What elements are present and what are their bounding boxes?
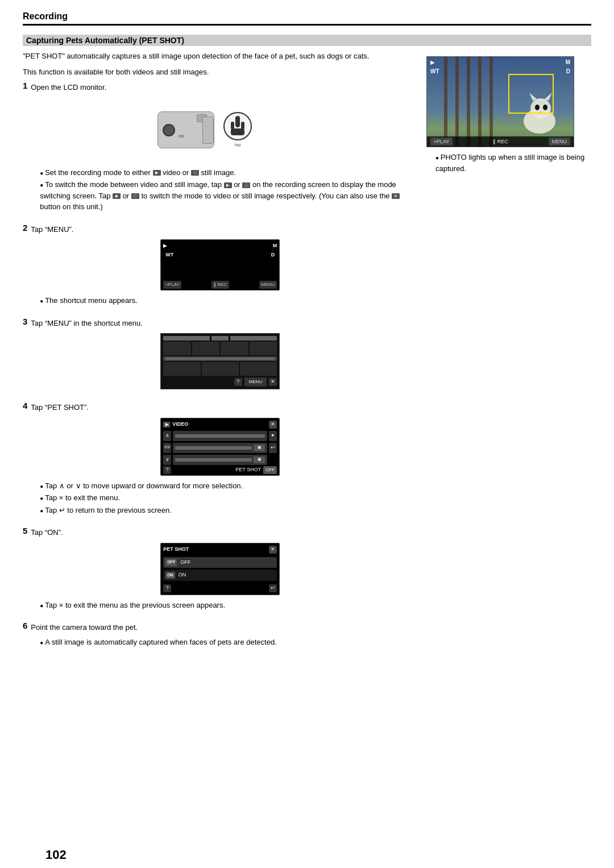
play-btn-cat[interactable]: «PLAY bbox=[430, 138, 453, 146]
step-5-label: Tap “ON”. bbox=[31, 528, 63, 537]
step-1-bullet-1: Set the recording mode to either ▶ video… bbox=[40, 167, 409, 178]
fence-bar-4 bbox=[478, 57, 482, 147]
help-icon-vm[interactable]: ? bbox=[163, 466, 171, 474]
page-title: Recording bbox=[23, 11, 68, 21]
step-5-number: 5 bbox=[23, 526, 27, 535]
step-2-text: Tap “MENU”. ▶ M WT D «PLAY bbox=[31, 224, 409, 310]
step-4-label: Tap “PET SHOT”. bbox=[31, 403, 89, 412]
pet-shot-label: PET SHOT bbox=[235, 466, 261, 474]
screen-vid-icon: ▶ bbox=[430, 59, 435, 65]
menu-btn-cat[interactable]: MENU bbox=[549, 138, 571, 146]
step-4-bullet-3: Tap ↵ to return to the previous screen. bbox=[40, 505, 409, 516]
on-label-ps: ON bbox=[179, 571, 186, 579]
step-5: 5 Tap “ON”. PET SHOT ✕ OFF OFF bbox=[23, 527, 409, 614]
step-4-text: Tap “PET SHOT”. ▶ VIDEO ✕ bbox=[31, 402, 409, 519]
menu-btn-mg[interactable]: MENU bbox=[244, 377, 267, 387]
page-header: Recording bbox=[23, 11, 591, 26]
screen-m-label: M bbox=[566, 59, 570, 65]
step-6-text: Point the camera toward the pet. A still… bbox=[31, 622, 409, 651]
screen-d-label: D bbox=[566, 68, 570, 74]
off-badge-vm: OFF bbox=[263, 466, 277, 474]
cat-detection-box bbox=[508, 74, 554, 114]
step-5-bullets: Tap × to exit the menu as the previous s… bbox=[40, 600, 409, 611]
fence-bar-1 bbox=[444, 57, 447, 147]
camera-illustration: tap bbox=[31, 99, 409, 161]
petshot-off-option[interactable]: OFF OFF bbox=[163, 557, 277, 568]
menu-item-1[interactable] bbox=[173, 431, 267, 441]
tap-hint: tap bbox=[235, 142, 241, 148]
intro-text-1: "PET SHOT" automatically captures a stil… bbox=[23, 51, 409, 62]
cat-background: ▶ M WT D «PLAY ‖ REC MENU bbox=[427, 57, 574, 147]
svg-rect-1 bbox=[231, 122, 234, 130]
step-4: 4 Tap “PET SHOT”. ▶ VIDEO ✕ bbox=[23, 402, 409, 519]
step-2-bullets: The shortcut menu appears. bbox=[40, 295, 409, 306]
video-menu-screen: ▶ VIDEO ✕ ∧ #/# ∨ bbox=[160, 418, 280, 476]
side-icon-back[interactable]: ↩ bbox=[269, 443, 277, 453]
step-1: 1 Open the LCD monitor. bbox=[23, 82, 409, 216]
page-number: 102 bbox=[45, 848, 67, 862]
icon-vid3: ▶ bbox=[113, 193, 121, 199]
badge-2: ▣ bbox=[254, 445, 265, 451]
icon-ph2: □ bbox=[242, 182, 250, 188]
cat-screen: ▶ M WT D «PLAY ‖ REC MENU bbox=[426, 56, 574, 147]
lcd-wt-s1: WT bbox=[165, 251, 173, 259]
help-icon-mg[interactable]: ? bbox=[234, 378, 242, 386]
step-6-bullets: A still image is automatically captured … bbox=[40, 637, 409, 648]
step-4-number: 4 bbox=[23, 401, 27, 410]
petshot-on-option[interactable]: ON ON bbox=[163, 570, 277, 581]
step-6-bullet-1: A still image is automatically captured … bbox=[40, 637, 409, 648]
step-6: 6 Point the camera toward the pet. A sti… bbox=[23, 622, 409, 651]
menu-item-3[interactable]: ▣ bbox=[173, 455, 267, 465]
video-menu-close[interactable]: ✕ bbox=[269, 421, 277, 429]
on-badge-ps: ON bbox=[165, 572, 175, 579]
svg-rect-0 bbox=[235, 116, 240, 127]
right-caption-list: PHOTO lights up when a still image is be… bbox=[435, 152, 591, 174]
step-4-bullet-2: Tap × to exit the menu. bbox=[40, 492, 409, 504]
fence-bar-5 bbox=[489, 57, 493, 147]
video-cam-icon: ▶ bbox=[163, 422, 170, 427]
lcd-m-s1: M bbox=[273, 242, 277, 250]
step-4-bullet-1: Tap ∧ or ∨ to move upward or downward fo… bbox=[40, 480, 409, 492]
petshot-bottom-row: ? ↩ bbox=[163, 584, 277, 592]
fence-bar-3 bbox=[467, 57, 470, 147]
page-wrapper: Recording Capturing Pets Automatically (… bbox=[23, 11, 591, 868]
rec-btn-cat[interactable]: ‖ REC bbox=[493, 139, 508, 144]
step-3-text: Tap “MENU” in the shortcut menu. bbox=[31, 318, 409, 394]
icon-vid2: ▶ bbox=[224, 182, 232, 188]
side-icon-star[interactable]: ✦ bbox=[269, 431, 277, 441]
menu-screen-1: ▶ M WT D «PLAY ‖ REC MENU bbox=[160, 239, 280, 290]
petshot-menu-screen: PET SHOT ✕ OFF OFF ON ON bbox=[160, 543, 280, 595]
close-icon-mg[interactable]: ✕ bbox=[269, 378, 277, 386]
video-menu-title: ▶ VIDEO bbox=[163, 421, 188, 429]
step-2-label: Tap “MENU”. bbox=[31, 225, 73, 234]
step-3: 3 Tap “MENU” in the shortcut menu. bbox=[23, 318, 409, 394]
content-wrapper: "PET SHOT" automatically captures a stil… bbox=[23, 51, 591, 659]
help-icon-ps[interactable]: ? bbox=[163, 584, 171, 592]
arrow-down[interactable]: ∨ bbox=[163, 455, 171, 465]
icon-ph3: □ bbox=[131, 193, 139, 199]
arrow-up[interactable]: ∧ bbox=[163, 431, 171, 441]
step-1-label: Open the LCD monitor. bbox=[31, 83, 106, 92]
video-icon-inline: ▶ bbox=[153, 170, 161, 176]
step-6-number: 6 bbox=[23, 621, 27, 630]
step-2: 2 Tap “MENU”. ▶ M WT D bbox=[23, 224, 409, 310]
step-1-bullets: Set the recording mode to either ▶ video… bbox=[40, 167, 409, 213]
menu-item-2[interactable]: ▣ bbox=[173, 443, 267, 453]
settings-icon-btn[interactable]: #/# bbox=[163, 443, 171, 453]
screen-bottom-bar: «PLAY ‖ REC MENU bbox=[427, 136, 574, 147]
lcd-d-s1: D bbox=[271, 251, 275, 259]
step-2-number: 2 bbox=[23, 223, 27, 232]
step-4-bullets: Tap ∧ or ∨ to move upward or downward fo… bbox=[40, 480, 409, 516]
petshot-close-icon[interactable]: ✕ bbox=[269, 546, 277, 554]
rec-btn-s1[interactable]: ‖ REC bbox=[211, 281, 229, 289]
play-btn-s1[interactable]: «PLAY bbox=[163, 281, 181, 289]
hand-icon bbox=[230, 116, 246, 136]
photo-caption: PHOTO lights up when a still image is be… bbox=[435, 152, 591, 174]
photo-icon-inline: □ bbox=[191, 170, 199, 176]
video-menu-bottom-row: ? PET SHOT OFF bbox=[163, 466, 277, 474]
step-3-number: 3 bbox=[23, 317, 27, 326]
back-icon-ps[interactable]: ↩ bbox=[269, 584, 277, 592]
step-1-bullet-2: To switch the mode between video and sti… bbox=[40, 179, 409, 213]
section-title: Capturing Pets Automatically (PET SHOT) bbox=[23, 35, 591, 46]
menu-btn-s1[interactable]: MENU bbox=[259, 281, 277, 289]
